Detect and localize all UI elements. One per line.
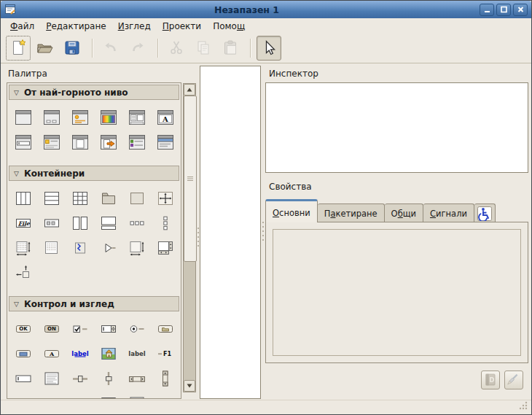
palette-item[interactable] [37,392,66,399]
maximize-button[interactable] [496,4,511,16]
tab-signals[interactable]: Сигнали [423,203,474,222]
copy-button[interactable] [191,36,216,61]
palette-item[interactable] [66,392,94,399]
palette-item[interactable] [122,212,151,236]
palette-item[interactable] [37,236,66,261]
palette-item[interactable] [151,212,179,236]
palette-item[interactable] [94,317,122,342]
cut-button[interactable] [164,36,189,61]
palette-item[interactable] [9,106,37,131]
palette-item[interactable] [122,236,151,261]
palette-item[interactable] [9,131,37,155]
palette-item[interactable] [37,106,66,131]
palette-section-toplevel[interactable]: ▽ От най-горното ниво [9,85,179,100]
menu-help[interactable]: Помощ [207,20,251,33]
palette-item[interactable] [9,392,37,399]
palette-item[interactable] [122,367,151,392]
palette-item[interactable] [66,106,94,131]
palette-item[interactable] [122,187,151,212]
inspector-tree[interactable] [265,82,528,173]
resize-grip[interactable] [518,400,528,413]
menu-edit[interactable]: Редактиране [40,20,112,33]
glade-app-icon [4,4,16,15]
documentation-button[interactable]: D [481,371,500,389]
palette-item[interactable] [9,342,37,367]
palette-item[interactable] [94,212,122,236]
svg-text:label: label [128,349,145,357]
palette-item[interactable] [9,367,37,392]
redo-button[interactable] [125,36,150,61]
palette-item[interactable] [66,317,94,342]
assistant-icon [99,133,118,153]
palette-item[interactable] [122,106,151,131]
menu-file[interactable]: Файл [4,20,40,33]
scroll-down-button[interactable] [184,380,195,392]
palette-item[interactable] [37,131,66,155]
palette-item[interactable] [94,187,122,212]
palette-item[interactable] [9,236,37,261]
event-box-icon [128,190,146,209]
recent-chooser-dialog-icon [128,133,146,153]
minimize-button[interactable] [480,4,494,16]
h-paned-icon [71,214,90,234]
palette-section-controls[interactable]: ▽ Контрол и изглед [9,296,179,311]
palette-scrollbar[interactable] [183,83,196,392]
palette-item[interactable] [94,342,122,367]
palette-item[interactable]: File [9,212,37,236]
palette-item[interactable] [122,317,151,342]
palette-item[interactable] [94,236,122,261]
palette-item[interactable] [151,236,179,261]
menu-view[interactable]: Изглед [112,20,157,33]
palette-item[interactable] [94,106,122,131]
open-button[interactable] [33,36,58,61]
palette-item[interactable] [151,131,179,155]
palette-item[interactable] [122,392,151,399]
palette-item[interactable]: label [122,342,151,367]
new-button[interactable] [6,36,31,61]
selector-button[interactable] [257,36,281,61]
palette-item[interactable]: label [66,342,94,367]
palette-section-containers[interactable]: ▽ Контейнери [9,166,179,181]
palette-item[interactable] [151,317,179,342]
menu-projects[interactable]: Проекти [157,20,207,33]
palette-item[interactable] [37,187,66,212]
palette-item[interactable]: A [151,106,179,131]
tab-common[interactable]: Общи [385,203,423,222]
palette-item[interactable] [66,212,94,236]
close-button[interactable] [513,4,528,16]
palette-item[interactable] [94,131,122,155]
palette-item[interactable] [151,367,179,392]
palette-item[interactable]: F1 [151,342,179,367]
window-icon [14,109,33,128]
palette-item[interactable] [66,131,94,155]
palette-item[interactable]: A [37,342,66,367]
palette-item[interactable] [37,212,66,236]
button-icon: OK [14,320,33,340]
palette-item[interactable] [9,187,37,212]
paste-button[interactable] [218,36,243,61]
palette-item[interactable] [94,392,122,399]
tab-general[interactable]: Основни [265,199,318,222]
palette-item[interactable] [66,367,94,392]
palette-item[interactable] [66,187,94,212]
undo-button[interactable] [98,36,123,61]
palette-item[interactable]: OK [9,317,37,342]
palette-item[interactable] [151,392,179,399]
scrollbar-thumb[interactable] [184,96,197,262]
palette-item[interactable] [9,261,37,286]
scroll-up-button[interactable] [184,84,195,96]
edit-button[interactable] [504,371,523,389]
tab-packing[interactable]: Пакетиране [318,203,385,222]
palette-item[interactable]: ON [37,317,66,342]
palette-item[interactable] [94,367,122,392]
h-box-icon [14,190,33,209]
save-button[interactable] [60,36,85,61]
thumb-grip-icon [187,174,194,184]
palette-item[interactable] [122,131,151,155]
properties-empty-frame [273,229,521,356]
palette-item[interactable] [37,367,66,392]
palette-item[interactable] [151,187,179,212]
design-canvas[interactable] [200,66,261,399]
palette-item[interactable] [66,236,94,261]
tab-accessibility[interactable] [474,203,496,222]
